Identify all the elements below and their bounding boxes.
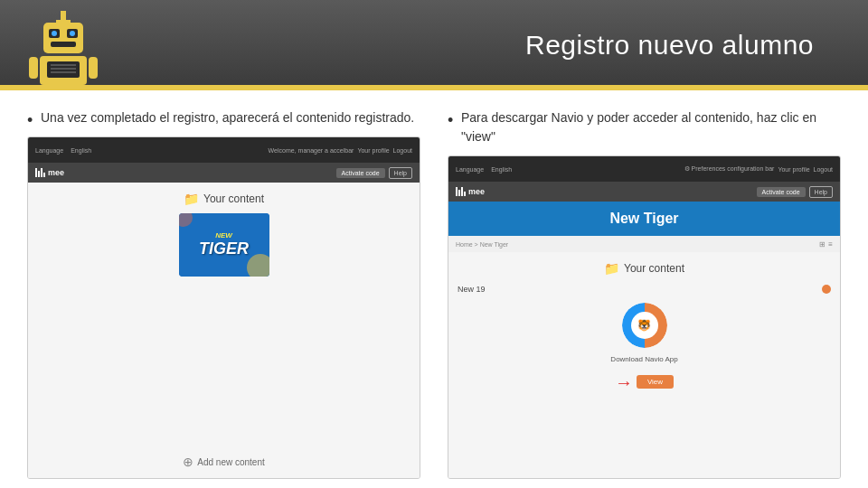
nav-logout: Logout — [393, 147, 412, 154]
nav-profile: Your profile — [357, 147, 389, 154]
nav-language: Language English — [35, 147, 91, 154]
svg-rect-14 — [89, 57, 98, 79]
activate-code-btn[interactable]: Activate code — [336, 168, 385, 178]
mee-logo: mee — [35, 168, 64, 177]
view-button[interactable]: View — [637, 375, 674, 389]
svg-point-5 — [52, 31, 57, 36]
right-mee-logo: mee — [456, 187, 485, 196]
right-nav-language: Language English — [456, 166, 512, 173]
right-bullet-text: Para descargar Navio y poder acceder al … — [448, 108, 841, 146]
left-ss-content: 📁 Your content NEW TIGER ⊕ Add new conte… — [28, 183, 420, 478]
tiger-icon-inner: 🐯 — [631, 312, 658, 339]
svg-rect-10 — [51, 64, 76, 66]
left-bullet-text: Una vez completado el registro, aparecer… — [27, 108, 420, 127]
svg-rect-7 — [51, 42, 76, 47]
mee-navbar: Language English Welcome, manager a acce… — [28, 137, 420, 163]
plus-circle-icon: ⊕ — [183, 455, 193, 469]
right-nav-profile: Your profile — [778, 166, 809, 173]
red-arrow-icon: → — [615, 372, 633, 393]
svg-point-6 — [70, 31, 75, 36]
right-nav-right: ⚙ Preferences configuration bar Your pro… — [684, 165, 833, 173]
right-your-content-label: 📁 Your content — [604, 261, 684, 276]
nav-welcome: Welcome, manager a accelbar — [269, 147, 354, 154]
left-column: Una vez completado el registro, aparecer… — [27, 108, 420, 479]
help-btn[interactable]: Help — [389, 167, 412, 179]
svg-rect-12 — [51, 71, 76, 73]
left-screenshot: Language English Welcome, manager a acce… — [27, 136, 420, 479]
new-label: NEW — [199, 231, 249, 239]
right-column: Para descargar Navio y poder acceder al … — [448, 108, 841, 479]
breadcrumb: Home > New Tiger ⊞ ≡ — [448, 236, 840, 252]
tiger-app-icon: 🐯 — [622, 303, 667, 348]
add-new-content: ⊕ Add new content — [183, 455, 265, 469]
new-tiger-thumbnail: NEW TIGER — [179, 213, 269, 277]
right-mee-bars-icon — [456, 187, 466, 196]
nav-right: Welcome, manager a accelbar Your profile… — [269, 147, 412, 154]
right-nav-settings: ⚙ Preferences configuration bar — [684, 165, 775, 173]
your-content-label: 📁 Your content — [184, 192, 264, 206]
header: Registro nuevo alumno — [0, 0, 868, 90]
view-toggle-icons: ⊞ ≡ — [819, 240, 833, 249]
right-activate-code-btn[interactable]: Activate code — [757, 187, 806, 197]
yellow-strip — [0, 85, 868, 90]
right-mee-subheader: mee Activate code Help — [448, 182, 840, 202]
view-button-row: → View — [615, 371, 674, 391]
new-19-row: New 19 — [458, 283, 831, 296]
robot-icon — [27, 9, 99, 81]
main-content: Una vez completado el registro, aparecer… — [0, 90, 868, 488]
right-nav-logout: Logout — [814, 166, 833, 173]
right-mee-action-buttons: Activate code Help — [757, 186, 833, 198]
mee-subheader: mee Activate code Help — [28, 163, 420, 183]
new-19-label: New 19 — [458, 283, 486, 296]
right-ss-content: 📁 Your content New 19 🐯 Download Navio A… — [448, 252, 840, 478]
orange-status-dot — [822, 285, 831, 294]
mee-bars-icon — [35, 168, 45, 177]
right-folder-icon: 📁 — [604, 261, 619, 276]
mee-action-buttons: Activate code Help — [336, 167, 412, 179]
folder-icon: 📁 — [184, 192, 199, 206]
right-help-btn[interactable]: Help — [809, 186, 833, 198]
download-navio-label: Download Navio App — [610, 355, 677, 363]
svg-rect-2 — [43, 23, 83, 53]
svg-rect-13 — [29, 57, 38, 79]
svg-rect-11 — [51, 68, 76, 70]
page-title: Registro nuevo alumno — [525, 30, 814, 61]
tiger-label: TIGER — [199, 239, 249, 258]
blue-new-tiger-header: New Tiger — [448, 202, 840, 236]
right-mee-navbar: Language English ⚙ Preferences configura… — [448, 156, 840, 182]
right-screenshot: Language English ⚙ Preferences configura… — [448, 155, 841, 479]
